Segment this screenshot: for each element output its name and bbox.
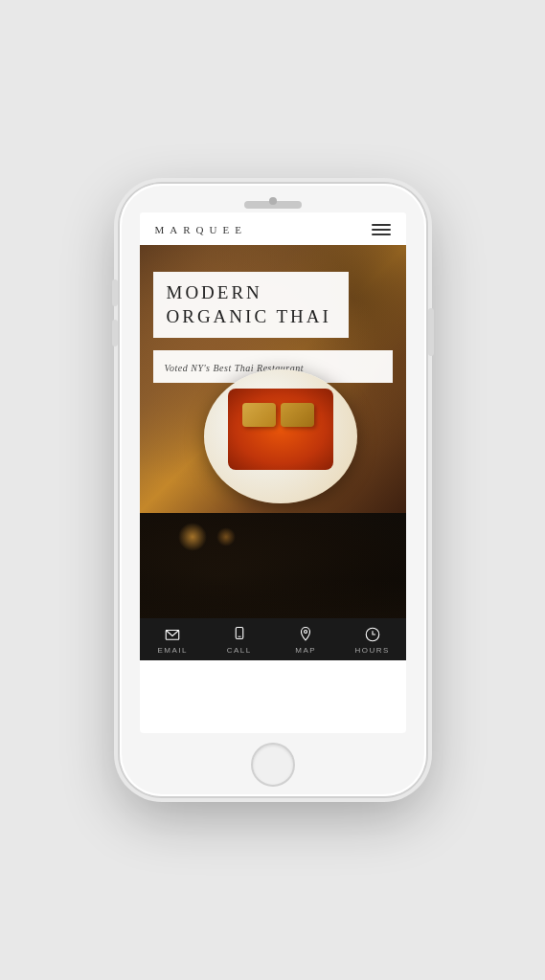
volume-down-button (112, 320, 118, 346)
hero-title: MODERN ORGANIC THAI (167, 281, 335, 328)
call-tab[interactable]: CALL (206, 626, 273, 655)
menu-line-3 (372, 234, 391, 235)
call-tab-label: CALL (227, 646, 252, 655)
phone-screen: MARQUEE MODERN ORGANIC THAI (140, 212, 406, 733)
camera (269, 197, 277, 205)
hours-tab[interactable]: HOURS (339, 626, 406, 655)
email-tab[interactable]: EMAIL (140, 626, 207, 655)
power-button (428, 308, 434, 356)
hero-title-box: MODERN ORGANIC THAI (153, 272, 349, 338)
call-icon (231, 626, 248, 643)
home-button[interactable] (251, 743, 295, 787)
hours-icon (364, 626, 381, 643)
food-decoration (228, 389, 333, 470)
hamburger-menu-button[interactable] (372, 224, 391, 235)
brand-logo: MARQUEE (155, 224, 247, 235)
nav-bar: MARQUEE (140, 212, 406, 245)
map-tab-label: MAP (295, 646, 316, 655)
svg-point-3 (305, 631, 307, 634)
phone-frame: MARQUEE MODERN ORGANIC THAI (120, 184, 426, 796)
menu-line-1 (372, 224, 391, 226)
volume-buttons (112, 279, 118, 346)
app-screen: MARQUEE MODERN ORGANIC THAI (140, 212, 406, 733)
hero-section: MODERN ORGANIC THAI Voted NY's Best Thai… (140, 245, 406, 513)
interior-lighting (140, 513, 406, 618)
email-icon (164, 626, 181, 643)
map-icon (297, 626, 314, 643)
volume-up-button (112, 279, 118, 306)
email-tab-label: EMAIL (157, 646, 188, 655)
tab-bar: EMAIL CALL MAP (140, 618, 406, 660)
hours-tab-label: HOURS (355, 646, 390, 655)
map-tab[interactable]: MAP (273, 626, 340, 655)
interior-image (140, 513, 406, 618)
menu-line-2 (372, 229, 391, 231)
food-plate-image (204, 369, 357, 503)
